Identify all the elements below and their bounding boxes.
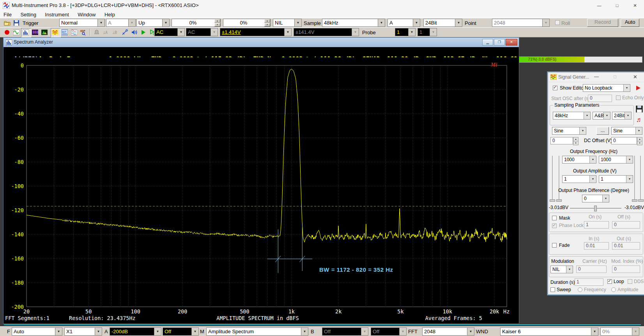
trigger-edge-select[interactable]: Up▼: [136, 19, 170, 27]
chevron-down-icon[interactable]: ▼: [413, 19, 420, 26]
sound-device-button[interactable]: [129, 28, 140, 37]
chevron-down-icon[interactable]: ▼: [603, 112, 610, 119]
signal-generator-button[interactable]: [51, 28, 61, 37]
spectrum-minimize-button[interactable]: ▁: [482, 39, 493, 46]
coupling-a-select[interactable]: AC▼: [154, 28, 185, 36]
spectrum-analyzer-button[interactable]: [21, 28, 31, 37]
chevron-down-icon[interactable]: ▼: [455, 19, 462, 26]
multimeter-button[interactable]: 888: [30, 28, 41, 37]
calibration-button[interactable]: [120, 28, 130, 37]
level-slider-b2[interactable]: [640, 156, 641, 201]
minimize-button[interactable]: —: [590, 0, 608, 11]
freq-axis-select[interactable]: Auto▼: [12, 327, 62, 336]
auto-button[interactable]: Auto: [621, 19, 639, 27]
spin-up-icon[interactable]: ▲: [214, 19, 220, 23]
menu-instrument[interactable]: Instrument: [41, 11, 72, 18]
level-slider-b1[interactable]: [634, 156, 635, 201]
sampling-rate-select[interactable]: 48kHz▼: [322, 19, 385, 27]
device-test-plan-button[interactable]: DUT: [60, 28, 70, 37]
range-a-display-select[interactable]: -200dB▼: [110, 327, 161, 336]
analysis-mode-select[interactable]: Amplitude Spectrum▼: [206, 327, 308, 336]
chevron-down-icon[interactable]: ▼: [589, 176, 596, 183]
phase-select[interactable]: 0▼: [582, 195, 609, 202]
derived-data-button[interactable]: [69, 28, 80, 37]
fft-size-select[interactable]: 2048▼: [422, 327, 474, 336]
chevron-down-icon[interactable]: ▼: [284, 28, 291, 36]
menu-file[interactable]: File: [0, 11, 15, 18]
spectrum-chart[interactable]: 0-20-40-60-80-100-120-140-160-180-200205…: [4, 57, 518, 322]
close-button[interactable]: ✕: [626, 0, 644, 11]
menu-help[interactable]: Help: [101, 11, 119, 18]
sg-channels-select[interactable]: A&B▼: [593, 112, 610, 120]
wave-editor-button[interactable]: ...: [596, 127, 609, 135]
chevron-down-icon[interactable]: ▼: [626, 156, 633, 163]
sg-close-button[interactable]: ✕: [633, 74, 637, 80]
spectrum-window-titlebar[interactable]: Spectrum Analyzer ▁ ❐ ✕: [4, 38, 519, 47]
menu-window[interactable]: Window: [74, 11, 99, 18]
loop-checkbox[interactable]: [607, 279, 612, 284]
amp-a-select[interactable]: 1▼: [562, 175, 596, 183]
chevron-down-icon[interactable]: ▼: [95, 328, 102, 335]
chevron-down-icon[interactable]: ▼: [591, 328, 598, 335]
maximize-button[interactable]: □: [608, 0, 626, 11]
mask-checkbox[interactable]: [552, 216, 557, 220]
sampling-channel-select[interactable]: A▼: [387, 19, 420, 27]
chevron-down-icon[interactable]: ▼: [97, 19, 104, 26]
sg-music-note-button[interactable]: ♬: [635, 115, 643, 124]
ddp-viewer-button[interactable]: DDP: [79, 28, 89, 37]
dc-offset-b-input[interactable]: 0: [611, 137, 637, 144]
range-a-select[interactable]: ±1.414V▼: [220, 28, 292, 36]
slider-handle[interactable]: [638, 199, 644, 202]
loopback-select[interactable]: No Loopback▼: [583, 84, 630, 92]
fade-checkbox[interactable]: [552, 243, 557, 248]
trigger-delay-stepper[interactable]: 0% ▲▼: [223, 19, 271, 27]
wave-b-select[interactable]: Sine▼: [611, 127, 642, 135]
chevron-down-icon[interactable]: ▼: [378, 19, 385, 26]
sg-bits-select[interactable]: 24Bit▼: [612, 112, 632, 120]
freq-a-select[interactable]: 1000▼: [562, 156, 596, 164]
trigger-hpf-select[interactable]: NIL▼: [273, 19, 302, 27]
balance-slider-handle[interactable]: [594, 206, 597, 211]
chevron-down-icon[interactable]: ▼: [623, 84, 630, 91]
chevron-down-icon[interactable]: ▼: [635, 127, 642, 134]
sg-rate-select[interactable]: 48kHz▼: [553, 112, 591, 120]
chevron-down-icon[interactable]: ▼: [177, 28, 184, 36]
spectrum-3d-button[interactable]: [40, 28, 50, 37]
spin-down-icon[interactable]: ▼: [573, 141, 579, 145]
chevron-down-icon[interactable]: ▼: [467, 328, 474, 335]
trigger-level-stepper[interactable]: 0% ▲▼: [172, 19, 221, 27]
run-generator-button[interactable]: [148, 28, 154, 37]
open-file-button[interactable]: [2, 19, 12, 28]
chevron-down-icon[interactable]: ▼: [625, 112, 631, 119]
chevron-down-icon[interactable]: ▼: [154, 328, 161, 335]
menu-setting[interactable]: Setting: [17, 11, 39, 18]
spin-down-icon[interactable]: ▼: [214, 23, 220, 26]
spin-down-icon[interactable]: ▼: [637, 141, 642, 145]
spin-down-icon[interactable]: ▼: [264, 23, 270, 26]
chevron-down-icon[interactable]: ▼: [566, 266, 573, 273]
sg-start-button[interactable]: [635, 84, 642, 91]
slider-handle[interactable]: [556, 199, 562, 202]
oscilloscope-button[interactable]: [12, 28, 22, 37]
probe-a-select[interactable]: 1▼: [395, 28, 416, 36]
modulation-type-select[interactable]: NIL▼: [550, 266, 573, 273]
show-editor-checkbox[interactable]: [553, 86, 557, 90]
chevron-down-icon[interactable]: ▼: [191, 328, 198, 335]
wave-a-select[interactable]: Sine▼: [552, 127, 586, 135]
persistence-a-select[interactable]: Off▼: [163, 327, 199, 336]
chevron-down-icon[interactable]: ▼: [589, 156, 596, 163]
amp-b-select[interactable]: 1▼: [599, 175, 633, 183]
chevron-down-icon[interactable]: ▼: [301, 328, 308, 335]
sg-minimize-button[interactable]: —: [594, 74, 599, 79]
chevron-down-icon[interactable]: ▼: [626, 176, 633, 183]
slider-handle[interactable]: [632, 199, 637, 202]
sg-save-button[interactable]: [635, 105, 643, 113]
run-button[interactable]: [139, 28, 149, 37]
trigger-mode-select[interactable]: Normal▼: [59, 19, 105, 27]
zoom-select[interactable]: X1▼: [64, 327, 102, 336]
chevron-down-icon[interactable]: ▼: [162, 19, 169, 26]
record-data-button[interactable]: [2, 28, 12, 37]
sweep-checkbox[interactable]: [550, 287, 555, 292]
save-button[interactable]: [12, 19, 22, 28]
spectrum-plot[interactable]: 0-20-40-60-80-100-120-140-160-180-200205…: [4, 57, 518, 322]
